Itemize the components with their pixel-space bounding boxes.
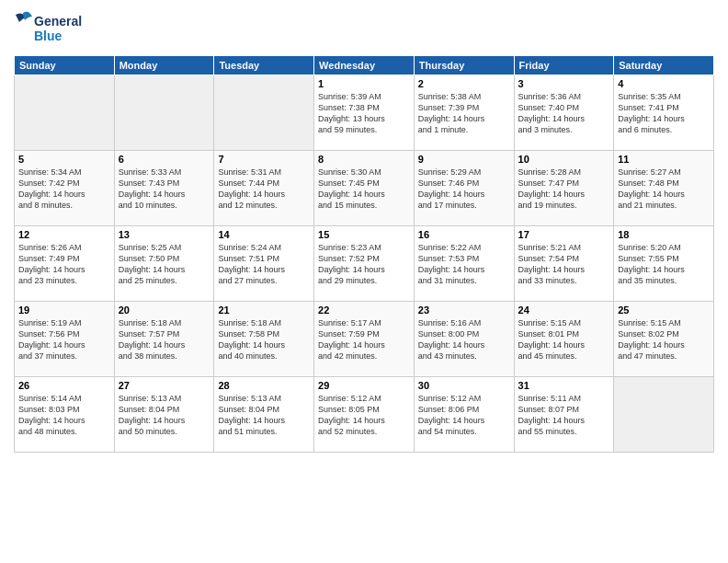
day-header-saturday: Saturday	[614, 56, 714, 75]
calendar-cell: 11Sunrise: 5:27 AMSunset: 7:48 PMDayligh…	[614, 151, 714, 226]
calendar-cell: 6Sunrise: 5:33 AMSunset: 7:43 PMDaylight…	[114, 151, 214, 226]
day-number: 15	[318, 229, 410, 240]
svg-text:Blue: Blue	[34, 29, 63, 43]
calendar-cell: 10Sunrise: 5:28 AMSunset: 7:47 PMDayligh…	[514, 151, 614, 226]
day-number: 4	[618, 78, 710, 89]
day-number: 20	[119, 304, 210, 316]
day-number: 18	[618, 229, 710, 240]
day-number: 14	[218, 229, 310, 240]
day-content: Sunrise: 5:21 AMSunset: 7:54 PMDaylight:…	[518, 242, 610, 287]
day-content: Sunrise: 5:27 AMSunset: 7:48 PMDaylight:…	[618, 167, 710, 212]
logo-svg: GeneralBlue	[14, 9, 87, 48]
calendar-cell: 1Sunrise: 5:39 AMSunset: 7:38 PMDaylight…	[314, 75, 415, 151]
calendar-cell	[114, 75, 214, 151]
day-content: Sunrise: 5:11 AMSunset: 8:07 PMDaylight:…	[518, 393, 610, 438]
day-content: Sunrise: 5:39 AMSunset: 7:38 PMDaylight:…	[318, 91, 410, 136]
day-number: 7	[218, 154, 310, 165]
day-number: 27	[119, 380, 210, 391]
calendar-cell	[614, 377, 714, 453]
calendar-cell: 5Sunrise: 5:34 AMSunset: 7:42 PMDaylight…	[15, 151, 115, 226]
calendar-cell: 20Sunrise: 5:18 AMSunset: 7:57 PMDayligh…	[114, 302, 214, 377]
day-content: Sunrise: 5:26 AMSunset: 7:49 PMDaylight:…	[18, 242, 110, 287]
day-content: Sunrise: 5:17 AMSunset: 7:59 PMDaylight:…	[318, 317, 410, 362]
calendar-cell	[15, 75, 115, 151]
day-content: Sunrise: 5:12 AMSunset: 8:06 PMDaylight:…	[418, 393, 510, 438]
calendar-cell: 17Sunrise: 5:21 AMSunset: 7:54 PMDayligh…	[514, 226, 614, 302]
calendar-cell: 2Sunrise: 5:38 AMSunset: 7:39 PMDaylight…	[414, 75, 514, 151]
day-number: 10	[518, 154, 610, 165]
day-number: 1	[318, 78, 410, 89]
day-content: Sunrise: 5:20 AMSunset: 7:55 PMDaylight:…	[618, 242, 710, 287]
calendar-cell: 19Sunrise: 5:19 AMSunset: 7:56 PMDayligh…	[15, 302, 115, 377]
day-header-tuesday: Tuesday	[214, 56, 314, 75]
day-content: Sunrise: 5:15 AMSunset: 8:01 PMDaylight:…	[518, 317, 610, 362]
calendar-cell: 18Sunrise: 5:20 AMSunset: 7:55 PMDayligh…	[614, 226, 714, 302]
calendar-table: SundayMondayTuesdayWednesdayThursdayFrid…	[14, 55, 714, 453]
calendar-cell: 4Sunrise: 5:35 AMSunset: 7:41 PMDaylight…	[614, 75, 714, 151]
day-number: 9	[418, 154, 510, 165]
week-row-5: 26Sunrise: 5:14 AMSunset: 8:03 PMDayligh…	[15, 377, 714, 453]
day-number: 21	[218, 304, 310, 316]
days-header-row: SundayMondayTuesdayWednesdayThursdayFrid…	[15, 56, 714, 75]
day-number: 26	[18, 380, 110, 391]
day-number: 28	[218, 380, 310, 391]
calendar-cell: 26Sunrise: 5:14 AMSunset: 8:03 PMDayligh…	[15, 377, 115, 453]
day-header-monday: Monday	[114, 56, 214, 75]
day-number: 17	[518, 229, 610, 240]
day-header-friday: Friday	[514, 56, 614, 75]
day-content: Sunrise: 5:18 AMSunset: 7:57 PMDaylight:…	[119, 317, 210, 362]
day-content: Sunrise: 5:23 AMSunset: 7:52 PMDaylight:…	[318, 242, 410, 287]
day-header-wednesday: Wednesday	[314, 56, 415, 75]
calendar-cell: 27Sunrise: 5:13 AMSunset: 8:04 PMDayligh…	[114, 377, 214, 453]
week-row-1: 1Sunrise: 5:39 AMSunset: 7:38 PMDaylight…	[15, 75, 714, 151]
day-content: Sunrise: 5:18 AMSunset: 7:58 PMDaylight:…	[218, 317, 310, 362]
calendar-cell: 7Sunrise: 5:31 AMSunset: 7:44 PMDaylight…	[214, 151, 314, 226]
week-row-2: 5Sunrise: 5:34 AMSunset: 7:42 PMDaylight…	[15, 151, 714, 226]
day-content: Sunrise: 5:35 AMSunset: 7:41 PMDaylight:…	[618, 91, 710, 136]
day-number: 8	[318, 154, 410, 165]
day-number: 12	[18, 229, 110, 240]
week-row-3: 12Sunrise: 5:26 AMSunset: 7:49 PMDayligh…	[15, 226, 714, 302]
day-content: Sunrise: 5:36 AMSunset: 7:40 PMDaylight:…	[518, 91, 610, 136]
day-number: 13	[119, 229, 210, 240]
day-content: Sunrise: 5:16 AMSunset: 8:00 PMDaylight:…	[418, 317, 510, 362]
day-number: 11	[618, 154, 710, 165]
day-content: Sunrise: 5:29 AMSunset: 7:46 PMDaylight:…	[418, 167, 510, 212]
calendar-cell: 30Sunrise: 5:12 AMSunset: 8:06 PMDayligh…	[414, 377, 514, 453]
day-header-sunday: Sunday	[15, 56, 115, 75]
day-content: Sunrise: 5:34 AMSunset: 7:42 PMDaylight:…	[18, 167, 110, 212]
day-number: 31	[518, 380, 610, 391]
calendar-cell: 14Sunrise: 5:24 AMSunset: 7:51 PMDayligh…	[214, 226, 314, 302]
day-content: Sunrise: 5:25 AMSunset: 7:50 PMDaylight:…	[119, 242, 210, 287]
header: GeneralBlue	[14, 9, 714, 48]
day-content: Sunrise: 5:15 AMSunset: 8:02 PMDaylight:…	[618, 317, 710, 362]
calendar-cell: 8Sunrise: 5:30 AMSunset: 7:45 PMDaylight…	[314, 151, 415, 226]
day-header-thursday: Thursday	[414, 56, 514, 75]
day-number: 3	[518, 78, 610, 89]
calendar-cell: 22Sunrise: 5:17 AMSunset: 7:59 PMDayligh…	[314, 302, 415, 377]
calendar-page: GeneralBlue SundayMondayTuesdayWednesday…	[0, 0, 728, 563]
calendar-cell: 13Sunrise: 5:25 AMSunset: 7:50 PMDayligh…	[114, 226, 214, 302]
calendar-cell: 9Sunrise: 5:29 AMSunset: 7:46 PMDaylight…	[414, 151, 514, 226]
calendar-cell: 24Sunrise: 5:15 AMSunset: 8:01 PMDayligh…	[514, 302, 614, 377]
day-content: Sunrise: 5:13 AMSunset: 8:04 PMDaylight:…	[119, 393, 210, 438]
day-content: Sunrise: 5:19 AMSunset: 7:56 PMDaylight:…	[18, 317, 110, 362]
day-number: 30	[418, 380, 510, 391]
calendar-cell: 31Sunrise: 5:11 AMSunset: 8:07 PMDayligh…	[514, 377, 614, 453]
day-number: 19	[18, 304, 110, 316]
day-number: 24	[518, 304, 610, 316]
calendar-cell: 29Sunrise: 5:12 AMSunset: 8:05 PMDayligh…	[314, 377, 415, 453]
calendar-cell: 12Sunrise: 5:26 AMSunset: 7:49 PMDayligh…	[15, 226, 115, 302]
day-content: Sunrise: 5:31 AMSunset: 7:44 PMDaylight:…	[218, 167, 310, 212]
logo: GeneralBlue	[14, 9, 87, 48]
day-content: Sunrise: 5:22 AMSunset: 7:53 PMDaylight:…	[418, 242, 510, 287]
day-content: Sunrise: 5:13 AMSunset: 8:04 PMDaylight:…	[218, 393, 310, 438]
calendar-cell: 15Sunrise: 5:23 AMSunset: 7:52 PMDayligh…	[314, 226, 415, 302]
calendar-cell: 23Sunrise: 5:16 AMSunset: 8:00 PMDayligh…	[414, 302, 514, 377]
day-number: 16	[418, 229, 510, 240]
day-content: Sunrise: 5:38 AMSunset: 7:39 PMDaylight:…	[418, 91, 510, 136]
calendar-cell: 25Sunrise: 5:15 AMSunset: 8:02 PMDayligh…	[614, 302, 714, 377]
calendar-cell: 28Sunrise: 5:13 AMSunset: 8:04 PMDayligh…	[214, 377, 314, 453]
calendar-cell: 21Sunrise: 5:18 AMSunset: 7:58 PMDayligh…	[214, 302, 314, 377]
week-row-4: 19Sunrise: 5:19 AMSunset: 7:56 PMDayligh…	[15, 302, 714, 377]
